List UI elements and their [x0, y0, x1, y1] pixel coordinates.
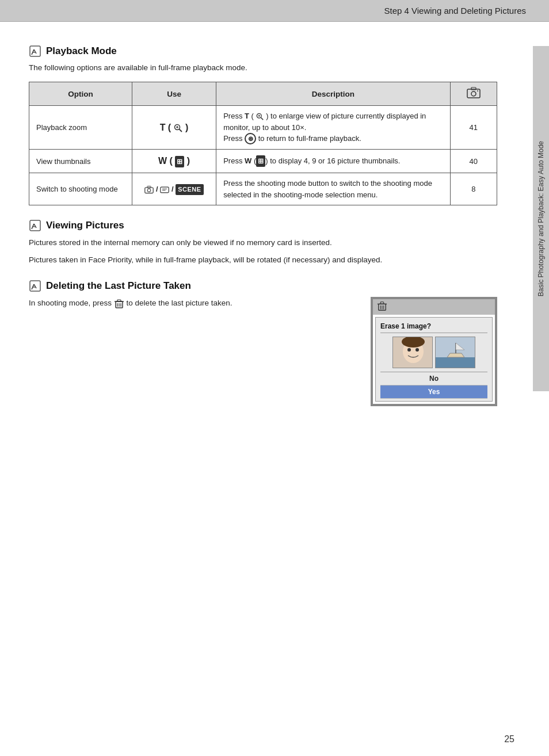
scene-tag: SCENE	[176, 184, 203, 195]
svg-rect-32	[117, 300, 121, 301]
page-number: 25	[504, 734, 514, 744]
screen-inner: Erase 1 image?	[373, 299, 495, 404]
reference-icon	[467, 90, 481, 100]
photo-thumb-2	[435, 337, 475, 368]
svg-line-9	[179, 129, 182, 132]
ok-button-icon: ⊛	[245, 133, 256, 144]
face-drawing	[393, 337, 433, 368]
header-title: Step 4 Viewing and Deleting Pictures	[384, 6, 526, 16]
option-view-thumbnails: View thumbnails	[29, 150, 132, 173]
use-view-thumbnails: W ( ⊞ )	[132, 150, 216, 173]
svg-rect-19	[161, 187, 169, 193]
svg-point-44	[407, 348, 411, 352]
scene-auto-icon	[160, 186, 169, 194]
desc-playback-zoom: Press T ( ) to enlarge view of picture c…	[216, 106, 451, 150]
table-header-row: Option Use Description	[29, 82, 497, 106]
col-header-description: Description	[216, 82, 451, 106]
col-header-page	[450, 82, 497, 106]
delete-section-content: In shooting mode, press to delete the la…	[29, 297, 497, 406]
svg-rect-16	[145, 188, 153, 193]
table-row: Playback zoom T ( ) Press T (	[29, 106, 497, 150]
page-playback-zoom: 41	[450, 106, 497, 150]
use-playback-zoom: T ( )	[132, 106, 216, 150]
pencil-icon	[29, 45, 41, 58]
viewing-pictures-title: Viewing Pictures	[46, 220, 124, 231]
desc-switch-shooting: Press the shooting mode button to switch…	[216, 173, 451, 205]
erase-title: Erase 1 image?	[380, 320, 487, 333]
col-header-option: Option	[29, 82, 132, 106]
photo-thumb-1	[392, 337, 433, 368]
table-row: View thumbnails W ( ⊞ ) Press W (⊞) to d…	[29, 150, 497, 173]
svg-point-17	[148, 189, 151, 192]
scene-drawing	[436, 337, 475, 368]
thumbnail-icon: ⊞	[175, 156, 184, 167]
zoom-icon-desc	[256, 113, 264, 121]
main-content: Playback Mode The following options are …	[0, 22, 532, 429]
svg-point-5	[471, 91, 476, 96]
options-table: Option Use Description	[29, 82, 497, 205]
deleting-header: Deleting the Last Picture Taken	[29, 280, 497, 292]
svg-line-2	[34, 49, 36, 54]
playback-mode-description: The following options are available in f…	[29, 62, 497, 74]
viewing-pictures-para1: Pictures stored in the internal memory c…	[29, 236, 497, 249]
svg-point-45	[415, 348, 419, 352]
playback-mode-header: Playback Mode	[29, 45, 497, 58]
page-view-thumbnails: 40	[450, 150, 497, 173]
side-tab: Basic Photography and Playback: Easy Aut…	[533, 46, 549, 391]
menu-options: No Yes	[380, 372, 487, 399]
svg-line-24	[34, 224, 36, 228]
page-header: Step 4 Viewing and Deleting Pictures	[0, 0, 549, 22]
viewing-pictures-para2: Pictures taken in Face Priority, while i…	[29, 254, 497, 266]
deleting-title: Deleting the Last Picture Taken	[46, 280, 191, 292]
svg-line-28	[34, 284, 36, 288]
svg-point-7	[477, 90, 478, 91]
menu-option-yes[interactable]: Yes	[380, 385, 487, 399]
screen-trash-icon	[376, 301, 388, 311]
playback-mode-title: Playback Mode	[46, 45, 117, 57]
screen-trash-bar	[373, 299, 495, 315]
pencil-icon-3	[29, 280, 41, 292]
svg-rect-38	[380, 302, 383, 304]
option-switch-shooting: Switch to shooting mode	[29, 173, 132, 205]
svg-line-13	[261, 117, 263, 120]
col-header-use: Use	[132, 82, 216, 106]
viewing-pictures-header: Viewing Pictures	[29, 219, 497, 232]
erase-dialog: Erase 1 image?	[375, 317, 493, 402]
desc-view-thumbnails: Press W (⊞) to display 4, 9 or 16 pictur…	[216, 150, 451, 173]
trash-icon	[114, 299, 124, 309]
page-switch-shooting: 8	[450, 173, 497, 205]
delete-description: In shooting mode, press to delete the la…	[29, 297, 353, 310]
use-switch-shooting: / / SCENE	[132, 173, 216, 205]
camera-auto-icon	[144, 186, 154, 194]
menu-option-no[interactable]: No	[380, 372, 487, 385]
option-playback-zoom: Playback zoom	[29, 106, 132, 150]
photo-area	[380, 333, 487, 372]
camera-screen-mockup: Erase 1 image?	[371, 297, 497, 406]
thumbnail-icon-desc: ⊞	[256, 155, 265, 167]
zoom-icon	[174, 124, 183, 133]
table-row: Switch to shooting mode / / SCENE	[29, 173, 497, 205]
side-tab-text: Basic Photography and Playback: Easy Aut…	[537, 141, 545, 296]
svg-rect-48	[436, 357, 475, 368]
pencil-icon-2	[29, 219, 41, 232]
